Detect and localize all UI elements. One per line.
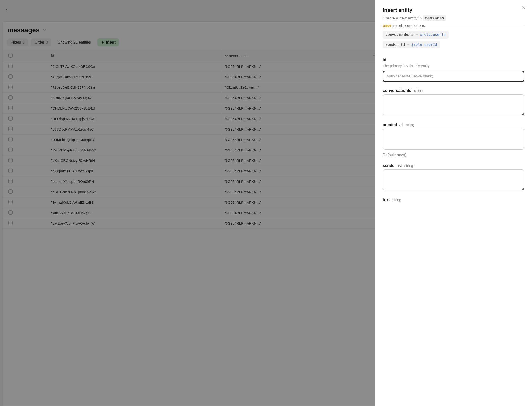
field-label-created-at: created_at string [383,123,525,127]
field-sender-id: sender_id string [383,163,525,191]
sender-id-input[interactable] [383,169,525,190]
created-at-input[interactable] [383,129,525,150]
field-default-created-at: Default: now() [383,153,525,157]
field-created-at: created_at string Default: now() [383,123,525,157]
drawer-subtitle: Create a new entity in messages [383,16,525,21]
permissions-legend: user insert permissions [383,23,428,28]
field-id: id The primary key for this entity [383,58,525,82]
field-label-id: id [383,58,525,62]
conversation-id-input[interactable] [383,94,525,115]
field-label-text: text string [383,197,525,202]
field-label-conversation-id: conversationId string [383,88,525,93]
entity-name-tag: messages [423,15,446,21]
permission-rule: convo.members = $role.userId [383,31,449,38]
permissions-section: user insert permissions convo.members = … [383,26,525,51]
permission-rule: sender_id = $role.userId [383,41,440,49]
drawer-title: Insert entity [383,7,525,13]
id-input[interactable] [383,71,525,82]
close-icon [522,5,526,10]
close-button[interactable] [521,4,527,12]
field-label-sender-id: sender_id string [383,163,525,168]
insert-entity-drawer: Insert entity Create a new entity in mes… [375,0,532,406]
field-description-id: The primary key for this entity [383,64,525,68]
field-conversation-id: conversationId string [383,88,525,116]
field-text: text string [383,197,525,202]
